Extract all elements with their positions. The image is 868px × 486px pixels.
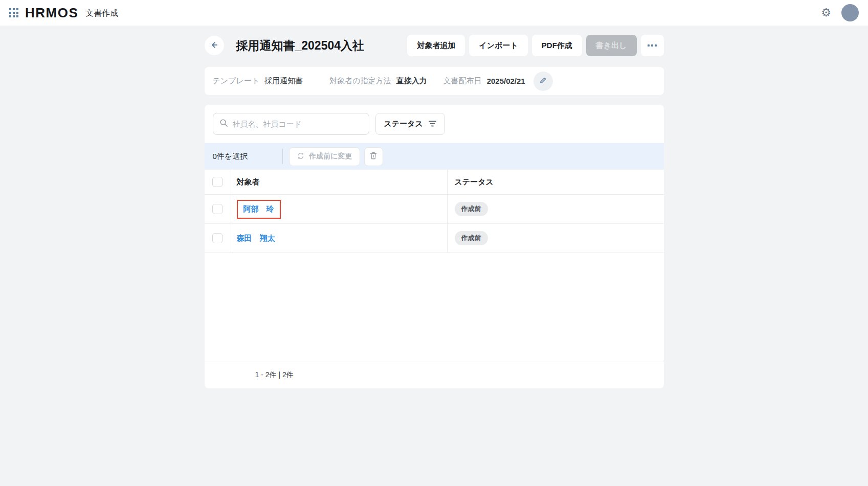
status-badge: 作成前 (455, 231, 488, 245)
page-title-row: 採用通知書_202504入社 対象者追加 インポート PDF作成 書き出し (205, 33, 664, 58)
assignment-method-info: 対象者の指定方法 直接入力 (329, 76, 427, 86)
pdf-create-button[interactable]: PDF作成 (532, 35, 582, 56)
bulk-status-change-button[interactable]: 作成前に変更 (289, 147, 360, 166)
bulk-status-change-label: 作成前に変更 (309, 152, 352, 161)
target-name-link[interactable]: 森田 翔太 (237, 234, 275, 243)
trash-icon (369, 151, 377, 161)
hrmos-logo: HRMOS (25, 5, 78, 21)
app-title: 文書作成 (85, 7, 118, 19)
pencil-icon (539, 76, 547, 86)
table-row: 阿部 玲 作成前 (205, 195, 664, 224)
refresh-icon (297, 152, 305, 161)
select-all-checkbox[interactable] (212, 177, 222, 187)
ellipsis-icon (648, 44, 657, 47)
add-target-button[interactable]: 対象者追加 (407, 35, 465, 56)
app-header: HRMOS 文書作成 ⚙ (0, 0, 868, 26)
column-header-status: ステータス (455, 177, 494, 187)
more-actions-button[interactable] (641, 35, 664, 56)
pagination-range: 1 - 2件 | 2件 (255, 371, 294, 380)
table-row: 森田 翔太 作成前 (205, 224, 664, 253)
target-name-link[interactable]: 阿部 玲 (243, 204, 274, 213)
filter-row: ステータス (205, 105, 664, 143)
assignment-method-value: 直接入力 (396, 76, 427, 86)
table-header: 対象者 ステータス (205, 170, 664, 195)
import-button[interactable]: インポート (469, 35, 527, 56)
back-arrow-icon (210, 40, 219, 51)
template-info: テンプレート 採用通知書 (213, 76, 303, 86)
divider (282, 149, 283, 164)
target-list-card: ステータス 0件を選択 (205, 105, 664, 388)
status-badge: 作成前 (455, 202, 488, 216)
settings-gear-icon[interactable]: ⚙ (821, 7, 831, 18)
document-info-bar: テンプレート 採用通知書 対象者の指定方法 直接入力 文書配布日 2025/02… (205, 67, 664, 95)
distribution-date-value: 2025/02/21 (487, 77, 525, 85)
search-box (213, 113, 369, 135)
search-input[interactable] (233, 120, 363, 128)
export-button[interactable]: 書き出し (586, 35, 637, 56)
user-avatar[interactable] (841, 4, 859, 21)
apps-grid-icon[interactable] (9, 8, 19, 18)
highlight-annotation-box: 阿部 玲 (237, 200, 281, 219)
column-header-target: 対象者 (237, 177, 260, 187)
filter-icon (429, 120, 436, 128)
selection-count: 0件を選択 (213, 152, 248, 161)
status-filter-label: ステータス (384, 119, 423, 129)
assignment-method-label: 対象者の指定方法 (329, 76, 391, 86)
status-filter-button[interactable]: ステータス (375, 113, 445, 135)
pagination-row: 1 - 2件 | 2件 (205, 361, 664, 388)
template-label: テンプレート (213, 76, 260, 86)
delete-button[interactable] (364, 147, 383, 166)
template-value: 採用通知書 (264, 76, 303, 86)
row-checkbox[interactable] (212, 204, 222, 214)
row-checkbox[interactable] (212, 233, 222, 243)
edit-date-button[interactable] (533, 72, 553, 91)
page-title: 採用通知書_202504入社 (236, 38, 365, 54)
table-empty-space (205, 253, 664, 361)
selection-bar: 0件を選択 作成前に変更 (205, 143, 664, 170)
distribution-date-info: 文書配布日 2025/02/21 (443, 76, 525, 86)
distribution-date-label: 文書配布日 (443, 76, 482, 86)
back-button[interactable] (205, 36, 224, 55)
search-icon (219, 119, 228, 129)
